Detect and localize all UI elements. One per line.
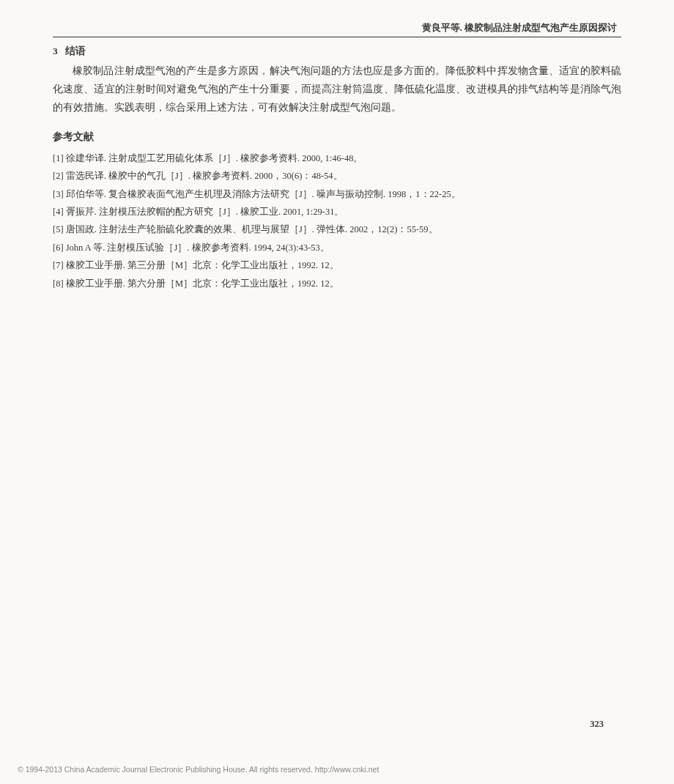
reference-item: [1] 徐建华译. 注射成型工艺用硫化体系［J］. 橡胶参考资料. 2000, … bbox=[53, 149, 621, 167]
reference-item: [3] 邱伯华等. 复合橡胶表面气泡产生机理及消除方法研究［J］. 噪声与振动控… bbox=[53, 185, 621, 203]
page-number: 323 bbox=[590, 719, 604, 730]
reference-item: [8] 橡胶工业手册. 第六分册［M］北京：化学工业出版社，1992. 12。 bbox=[53, 275, 621, 292]
reference-item: [5] 唐国政. 注射法生产轮胎硫化胶囊的效果、机理与展望［J］. 弹性体. 2… bbox=[53, 221, 621, 238]
running-header: 黄良平等. 橡胶制品注射成型气泡产生原因探讨 bbox=[53, 22, 621, 34]
reference-item: [7] 橡胶工业手册. 第三分册［M］北京：化学工业出版社，1992. 12。 bbox=[53, 256, 621, 274]
reference-item: [4] 胥振芹. 注射模压法胶帽的配方研究［J］. 橡胶工业. 2001, 1:… bbox=[53, 203, 621, 221]
footer-copyright: © 1994-2013 China Academic Journal Elect… bbox=[18, 765, 379, 774]
reference-item: [6] John A 等. 注射模压试验［J］. 橡胶参考资料. 1994, 2… bbox=[53, 239, 621, 256]
references-heading: 参考文献 bbox=[53, 130, 621, 144]
header-rule bbox=[53, 37, 621, 37]
section-body: 橡胶制品注射成型气泡的产生是多方原因，解决气泡问题的方法也应是多方面的。降低胶料… bbox=[53, 62, 621, 117]
section-heading: 3 结语 bbox=[53, 45, 621, 58]
section-title: 结语 bbox=[65, 45, 86, 56]
reference-item: [2] 雷选民译. 橡胶中的气孔［J］. 橡胶参考资料. 2000，30(6)：… bbox=[53, 167, 621, 185]
section-number: 3 bbox=[53, 45, 58, 56]
references-list: [1] 徐建华译. 注射成型工艺用硫化体系［J］. 橡胶参考资料. 2000, … bbox=[53, 149, 621, 292]
